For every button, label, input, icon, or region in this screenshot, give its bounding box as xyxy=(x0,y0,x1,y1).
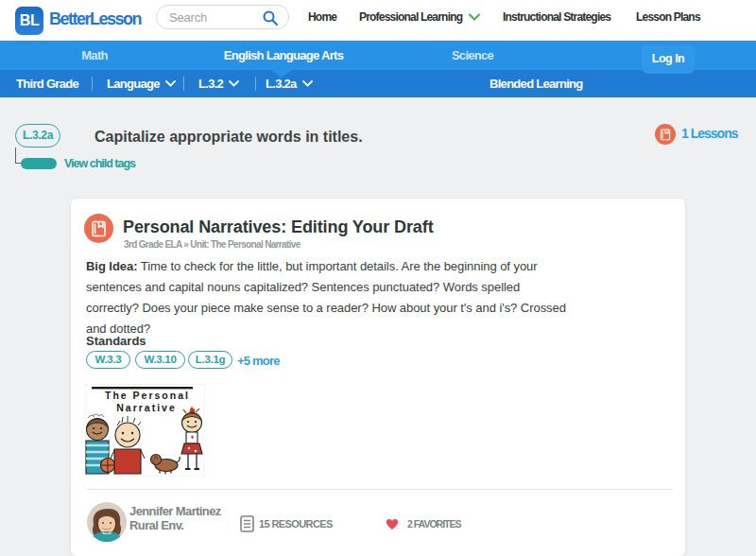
svg-text:Narrative: Narrative xyxy=(116,402,177,413)
svg-text:The Personal: The Personal xyxy=(105,390,190,401)
